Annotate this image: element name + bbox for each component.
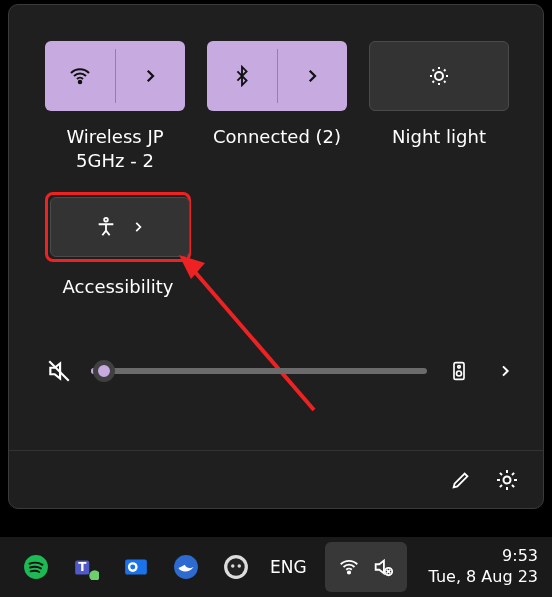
svg-point-13 [89, 570, 99, 580]
wifi-expand[interactable] [115, 41, 185, 111]
annotation-highlight-box [45, 192, 191, 262]
svg-point-16 [130, 565, 135, 570]
svg-text:T: T [78, 560, 87, 574]
app-teams-icon[interactable]: T [72, 553, 100, 581]
wifi-tile: Wireless JP 5GHz - 2 [45, 41, 185, 174]
bluetooth-toggle[interactable] [207, 41, 347, 111]
bluetooth-label: Connected (2) [207, 125, 347, 149]
svg-point-21 [238, 564, 241, 567]
svg-point-22 [347, 571, 349, 573]
wifi-label: Wireless JP 5GHz - 2 [45, 125, 185, 174]
audio-output-icon[interactable] [445, 357, 473, 385]
volume-mute-icon[interactable] [45, 357, 73, 385]
system-tray-active[interactable] [325, 542, 407, 592]
clock-time: 9:53 [429, 546, 538, 567]
panel-footer [9, 450, 543, 508]
accessibility-label: Accessibility [45, 276, 191, 297]
volume-row [45, 357, 519, 385]
wifi-icon[interactable] [45, 41, 115, 111]
nightlight-toggle[interactable] [369, 41, 509, 111]
settings-gear-icon[interactable] [493, 466, 521, 494]
svg-point-8 [458, 366, 461, 369]
svg-point-19 [227, 558, 244, 575]
app-spotify-icon[interactable] [22, 553, 50, 581]
accessibility-toggle[interactable] [50, 197, 190, 257]
svg-point-2 [104, 217, 108, 221]
tray-wifi-icon [338, 556, 360, 578]
bluetooth-tile: Connected (2) [207, 41, 347, 174]
clock[interactable]: 9:53 Tue, 8 Aug 23 [429, 546, 552, 588]
taskbar-apps: T [22, 553, 250, 581]
accessibility-icon [95, 216, 117, 238]
svg-point-0 [79, 81, 82, 84]
bluetooth-icon[interactable] [207, 41, 277, 111]
app-thunderbird-icon[interactable] [172, 553, 200, 581]
nightlight-tile: Night light [369, 41, 509, 174]
wifi-toggle[interactable] [45, 41, 185, 111]
app-outlook-icon[interactable] [122, 553, 150, 581]
quick-tiles-row: Wireless JP 5GHz - 2 Connected (2) [45, 41, 507, 174]
audio-expand-chevron[interactable] [491, 357, 519, 385]
svg-point-7 [457, 371, 462, 376]
bluetooth-expand[interactable] [277, 41, 347, 111]
tray-volume-muted-icon [372, 556, 394, 578]
nightlight-icon [427, 64, 451, 88]
clock-date: Tue, 8 Aug 23 [429, 567, 538, 588]
svg-point-1 [435, 72, 443, 80]
volume-slider-thumb[interactable] [93, 360, 115, 382]
taskbar: T ENG 9:53 Tue, 8 Aug 23 [0, 537, 552, 597]
volume-slider[interactable] [91, 368, 427, 374]
quick-settings-panel: Wireless JP 5GHz - 2 Connected (2) [8, 4, 544, 509]
app-github-desktop-icon[interactable] [222, 553, 250, 581]
nightlight-label: Night light [369, 125, 509, 149]
svg-point-20 [231, 564, 234, 567]
chevron-right-icon [131, 220, 145, 234]
language-indicator[interactable]: ENG [270, 557, 307, 577]
svg-point-9 [504, 476, 511, 483]
edit-pencil-icon[interactable] [447, 466, 475, 494]
